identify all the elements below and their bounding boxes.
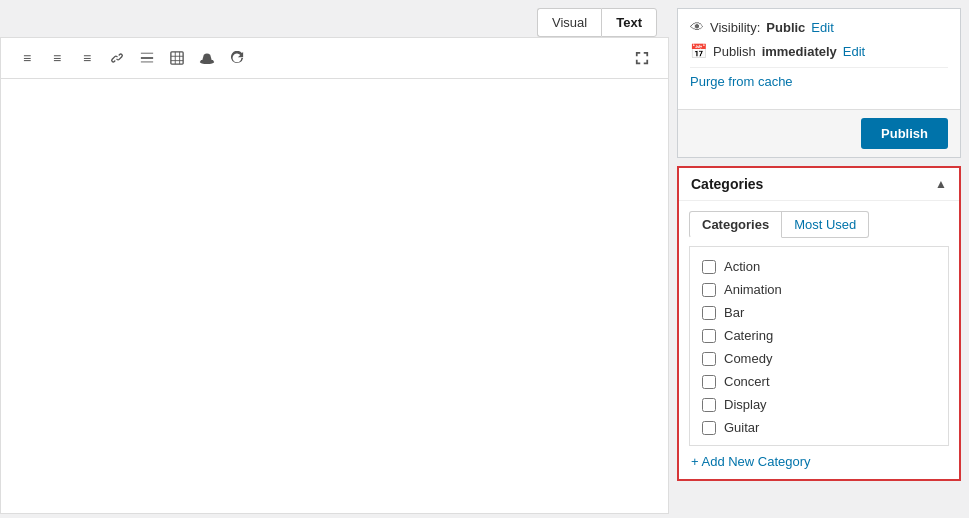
expand-icon[interactable] [628, 44, 656, 72]
publish-box: 👁 Visibility: Public Edit 📅 Publish imme… [677, 8, 961, 158]
categories-box: Categories ▲ Categories Most Used Action… [677, 166, 961, 481]
category-label: Guitar [724, 420, 759, 435]
category-checkbox[interactable] [702, 283, 716, 297]
hat-icon[interactable] [193, 44, 221, 72]
categories-collapse-button[interactable]: ▲ [935, 177, 947, 191]
publish-footer: Publish [678, 109, 960, 157]
category-checkbox[interactable] [702, 306, 716, 320]
visibility-label: Visibility: [710, 20, 760, 35]
table-icon[interactable] [163, 44, 191, 72]
list-item: Display [700, 393, 938, 416]
calendar-icon: 📅 [690, 43, 707, 59]
tab-visual[interactable]: Visual [537, 8, 601, 37]
category-label: Bar [724, 305, 744, 320]
category-label: Display [724, 397, 767, 412]
categories-tabs: Categories Most Used [679, 201, 959, 238]
publish-timing-label: Publish [713, 44, 756, 59]
categories-header: Categories ▲ [679, 168, 959, 201]
align-center-icon[interactable]: ≡ [43, 44, 71, 72]
visibility-value: Public [766, 20, 805, 35]
visibility-edit-link[interactable]: Edit [811, 20, 833, 35]
category-label: Comedy [724, 351, 772, 366]
category-label: Action [724, 259, 760, 274]
svg-rect-9 [201, 60, 214, 62]
publish-button[interactable]: Publish [861, 118, 948, 149]
publish-timing-row: 📅 Publish immediately Edit [690, 43, 948, 59]
svg-rect-1 [141, 53, 153, 54]
category-label: Catering [724, 328, 773, 343]
tab-text[interactable]: Text [601, 8, 657, 37]
category-checkbox[interactable] [702, 375, 716, 389]
category-label: Animation [724, 282, 782, 297]
list-item: Action [700, 255, 938, 278]
svg-rect-3 [171, 52, 183, 64]
toolbar: ≡ ≡ ≡ [0, 37, 669, 79]
svg-rect-0 [141, 57, 153, 59]
list-item: Concert [700, 370, 938, 393]
tab-categories[interactable]: Categories [689, 211, 782, 238]
list-item: Bar [700, 301, 938, 324]
purge-cache-link[interactable]: Purge from cache [690, 67, 948, 99]
visibility-row: 👁 Visibility: Public Edit [690, 19, 948, 35]
align-left-icon[interactable]: ≡ [13, 44, 41, 72]
sidebar: 👁 Visibility: Public Edit 📅 Publish imme… [669, 0, 969, 518]
category-checkbox[interactable] [702, 398, 716, 412]
publish-timing-edit-link[interactable]: Edit [843, 44, 865, 59]
list-item: Comedy [700, 347, 938, 370]
align-right-icon[interactable]: ≡ [73, 44, 101, 72]
category-checkbox[interactable] [702, 352, 716, 366]
visibility-icon: 👁 [690, 19, 704, 35]
publish-timing-value: immediately [762, 44, 837, 59]
category-label: Concert [724, 374, 770, 389]
list-item: Catering [700, 324, 938, 347]
categories-list: ActionAnimationBarCateringComedyConcertD… [689, 246, 949, 446]
editor-area: Visual Text ≡ ≡ ≡ [0, 0, 669, 518]
category-checkbox[interactable] [702, 260, 716, 274]
categories-title: Categories [691, 176, 763, 192]
list-item: Animation [700, 278, 938, 301]
svg-rect-2 [141, 62, 153, 63]
horizontal-rule-icon[interactable] [133, 44, 161, 72]
add-category-link[interactable]: + Add New Category [679, 446, 959, 479]
editor-tabs: Visual Text [0, 0, 669, 37]
editor-content[interactable] [0, 79, 669, 514]
tab-most-used[interactable]: Most Used [782, 211, 869, 238]
category-checkbox[interactable] [702, 421, 716, 435]
refresh-icon[interactable] [223, 44, 251, 72]
category-checkbox[interactable] [702, 329, 716, 343]
list-item: Guitar [700, 416, 938, 439]
link-icon[interactable] [103, 44, 131, 72]
